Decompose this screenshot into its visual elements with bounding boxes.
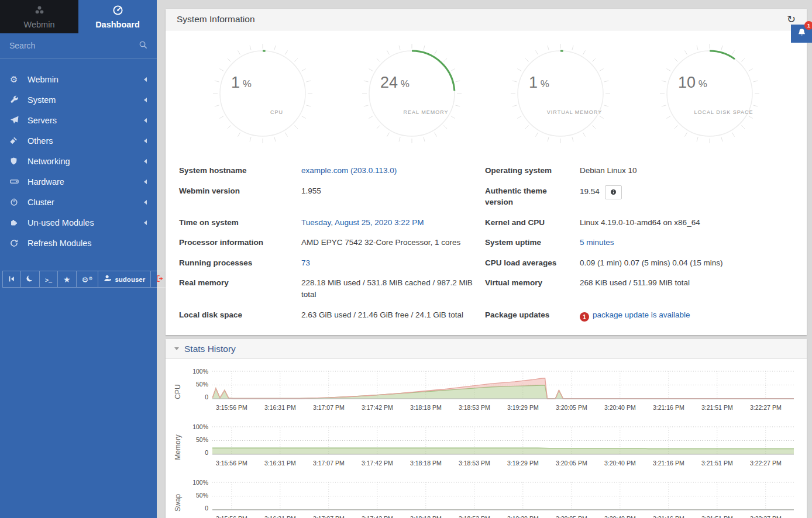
gear-icon: ⚙	[10, 75, 24, 84]
update-count-badge: 1	[580, 312, 589, 322]
notifications-button[interactable]: 1	[791, 25, 812, 43]
chevron-down-icon	[174, 347, 179, 350]
search-input[interactable]	[9, 41, 139, 50]
page-title: System Information	[177, 14, 787, 25]
x-tick-label: 3:22:27 PM	[750, 404, 782, 411]
moon-icon	[26, 274, 34, 285]
info-value-cell: 1package update is available	[580, 305, 793, 326]
stats-history-card: Stats History CPU 100% 50% 0 3:15:56 PM3…	[166, 339, 807, 518]
refresh-icon[interactable]: ↻	[787, 14, 796, 25]
info-value: 1.955	[301, 187, 321, 195]
info-value-cell: 5 minutes	[580, 232, 793, 253]
sidebar-item-label: Others	[27, 136, 144, 146]
info-value-cell: 0.09 (1 min) 0.07 (5 mins) 0.04 (15 mins…	[580, 253, 793, 273]
memory-history-chart: Memory 100% 50% 0 3:15:56 PM3:16:31 PM3:…	[170, 424, 794, 470]
x-tick-label: 3:20:05 PM	[556, 404, 587, 411]
x-tick-label: 3:19:29 PM	[507, 460, 539, 467]
gauge-label: VIRTUAL MEMORY	[547, 109, 602, 115]
sidebar-item-hardware[interactable]: Hardware	[0, 171, 157, 192]
info-value-link[interactable]: example.com (203.0.113.0)	[301, 166, 397, 175]
info-value-link[interactable]: package update is available	[593, 310, 690, 319]
stats-history-header[interactable]: Stats History	[166, 339, 807, 359]
info-value: Linux 4.19.0-10-amd64 on x86_64	[580, 218, 700, 227]
chart-plot	[212, 424, 794, 458]
collapse-icon	[8, 274, 15, 285]
x-tick-label: 3:21:16 PM	[653, 404, 684, 411]
power-icon	[10, 198, 24, 206]
theme-settings-button[interactable]: ⚙⚙	[77, 271, 99, 287]
chart-axis-label: Memory	[170, 424, 185, 470]
theme-info-button[interactable]	[605, 185, 622, 200]
sidebar-toolbar: >_★⚙⚙sudouser	[2, 271, 170, 288]
chart-yticks: 100% 50% 0	[185, 479, 212, 518]
info-value-cell: 228.18 MiB used / 531.8 MiB cached / 987…	[301, 272, 485, 304]
x-tick-label: 3:16:31 PM	[264, 404, 296, 411]
sidebar-item-label: Un-used Modules	[27, 218, 144, 227]
gauge-virtual-memory: 1 % VIRTUAL MEMORY	[509, 42, 612, 147]
dashboard-gauge-icon	[112, 5, 123, 18]
system-info-table: System hostnameexample.com (203.0.113.0)…	[179, 160, 793, 326]
info-value: 268 KiB used / 511.99 MiB total	[580, 278, 690, 287]
info-value-cell: example.com (203.0.113.0)	[301, 160, 485, 181]
sidebar-item-label: Cluster	[27, 198, 144, 207]
night-mode-button[interactable]	[21, 271, 40, 287]
info-icon	[610, 187, 617, 199]
tab-dashboard[interactable]: Dashboard	[78, 0, 157, 33]
info-value: 19.54	[580, 187, 600, 196]
hdd-icon	[10, 177, 24, 186]
info-value-link[interactable]: 73	[301, 258, 310, 267]
x-tick-label: 3:22:27 PM	[750, 460, 782, 467]
collapse-sidebar-button[interactable]	[3, 271, 21, 287]
terminal-button[interactable]: >_	[40, 271, 58, 287]
info-label: Package updates	[485, 305, 580, 326]
tab-webmin[interactable]: Webmin	[0, 0, 78, 33]
sidebar: Webmin Dashboard ⚙WebminSystemServersOth…	[0, 0, 157, 518]
x-tick-label: 3:18:18 PM	[410, 404, 442, 411]
sidebar-item-webmin[interactable]: ⚙Webmin	[0, 69, 157, 89]
info-value-cell: 1.955	[301, 181, 485, 212]
x-tick-label: 3:19:29 PM	[507, 404, 539, 411]
sidebar-item-label: Webmin	[27, 75, 144, 84]
chart-plot	[212, 368, 794, 402]
x-tick-label: 3:16:31 PM	[264, 460, 296, 467]
x-tick-label: 3:20:05 PM	[556, 460, 587, 467]
search-bar	[0, 33, 157, 58]
sidebar-item-label: Networking	[27, 157, 144, 166]
info-value-link[interactable]: 5 minutes	[580, 238, 614, 247]
x-tick-label: 3:17:42 PM	[362, 460, 393, 467]
x-tick-label: 3:17:07 PM	[313, 460, 345, 467]
info-label: Virtual memory	[485, 272, 580, 304]
sidebar-item-system[interactable]: System	[0, 89, 157, 110]
chart-xlabels: 3:15:56 PM3:16:31 PM3:17:07 PM3:17:42 PM…	[212, 460, 794, 470]
search-icon[interactable]	[139, 40, 147, 51]
sidebar-item-un-used-modules[interactable]: Un-used Modules	[0, 212, 157, 233]
favorites-button[interactable]: ★	[58, 271, 77, 287]
x-tick-label: 3:22:27 PM	[750, 515, 782, 518]
sidebar-item-networking[interactable]: Networking	[0, 151, 157, 171]
paper-plane-icon	[10, 116, 24, 125]
caret-left-icon	[144, 200, 147, 205]
star-icon: ★	[63, 274, 71, 285]
gauge-label: REAL MEMORY	[403, 109, 448, 115]
sidebar-item-servers[interactable]: Servers	[0, 110, 157, 130]
gauge-local-disk-space: 10 % LOCAL DISK SPACE	[658, 42, 761, 147]
x-tick-label: 3:15:56 PM	[216, 460, 247, 467]
info-label: Processor information	[179, 232, 301, 253]
refresh-icon	[10, 239, 24, 247]
info-value-cell: 19.54	[580, 181, 793, 212]
chart-axis-label: CPU	[170, 368, 185, 415]
user-button[interactable]: sudouser	[98, 271, 151, 287]
sidebar-item-label: Servers	[27, 116, 144, 125]
user-icon	[104, 274, 112, 285]
sidebar-item-others[interactable]: Others	[0, 130, 157, 151]
info-value-cell: AMD EPYC 7542 32-Core Processor, 1 cores	[301, 232, 485, 253]
sidebar-menu: ⚙WebminSystemServersOthersNetworkingHard…	[0, 58, 157, 253]
x-tick-label: 3:17:07 PM	[313, 515, 345, 518]
info-value-cell: Linux 4.19.0-10-amd64 on x86_64	[580, 212, 793, 233]
gauges-row: 1 % CPU 24 % REAL MEMORY 1 % VIRTUAL MEM…	[179, 42, 793, 147]
sidebar-item-refresh-modules[interactable]: Refresh Modules	[0, 233, 157, 253]
info-value: 2.63 GiB used / 21.46 GiB free / 24.1 Gi…	[301, 310, 463, 319]
sidebar-item-cluster[interactable]: Cluster	[0, 192, 157, 212]
info-value-link[interactable]: Tuesday, August 25, 2020 3:22 PM	[301, 218, 424, 227]
info-value-cell: 268 KiB used / 511.99 MiB total	[580, 272, 793, 304]
